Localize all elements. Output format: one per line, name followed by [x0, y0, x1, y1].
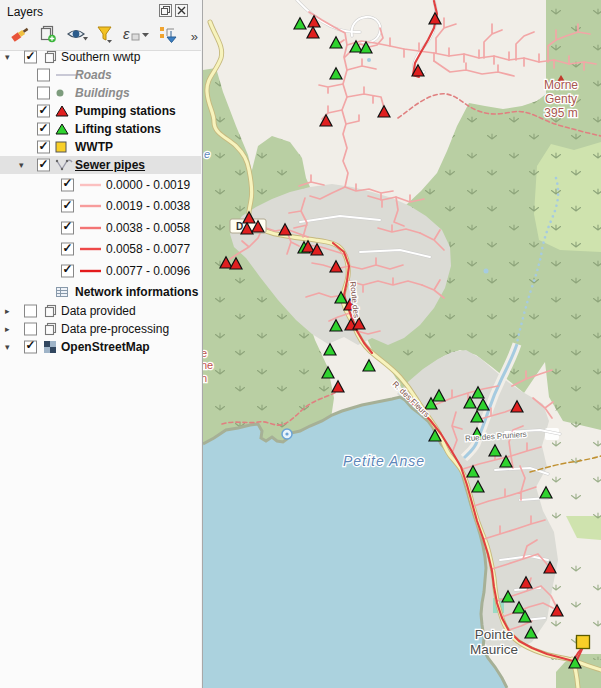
svg-text:ε: ε [123, 25, 130, 42]
label-fragment: ne [203, 359, 213, 371]
toolbar-overflow-button[interactable]: » [191, 24, 199, 48]
layer-label: 0.0058 - 0.0077 [106, 242, 190, 256]
expander-open[interactable]: ▾ [5, 52, 10, 62]
layer-item-roads[interactable]: Roads [0, 66, 201, 84]
wwtp-marker [577, 636, 590, 649]
layer-label: Data pre-processing [61, 322, 169, 336]
layer-checkbox[interactable] [24, 322, 37, 335]
layer-label: Roads [75, 68, 112, 82]
layers-panel: Layers ε» ▾✓Southern wwtpRoadsBuildings✓… [0, 0, 203, 688]
filter-by-expression-button[interactable]: ε [120, 24, 151, 48]
group-icon [43, 322, 57, 336]
layer-checkbox[interactable]: ✓ [37, 123, 50, 136]
table-icon [55, 285, 69, 299]
triangle-red-icon [55, 105, 69, 117]
layer-checkbox[interactable] [37, 87, 50, 100]
label-fragment: n [203, 372, 207, 384]
raster-icon [43, 340, 57, 354]
layer-item-southern-wwtp[interactable]: ▾✓Southern wwtp [0, 48, 201, 66]
layer-checkbox[interactable] [37, 69, 50, 82]
group-icon [43, 50, 57, 64]
layer-checkbox[interactable]: ✓ [61, 264, 74, 277]
layer-item-network-informations[interactable]: Network informations [0, 282, 201, 302]
layer-item-0-0058-0-0077[interactable]: ✓0.0058 - 0.0077 [0, 239, 201, 261]
cape-label: Pointe [475, 627, 513, 642]
layer-label: WWTP [75, 140, 113, 154]
layer-label: Southern wwtp [61, 50, 140, 64]
peak-label: Genty [545, 92, 577, 106]
layer-checkbox[interactable]: ✓ [37, 141, 50, 154]
manage-map-themes-button[interactable] [64, 24, 91, 48]
pipe-class-swatch [79, 268, 102, 274]
layer-label: 0.0000 - 0.0019 [106, 178, 190, 192]
layer-item-data-pre-processing[interactable]: ▸Data pre-processing [0, 320, 201, 338]
panel-title: Layers [7, 5, 43, 19]
panel-titlebar: Layers [0, 0, 202, 22]
layer-label: Network informations [75, 285, 198, 299]
close-panel-button[interactable] [175, 4, 188, 17]
point-gray-icon [55, 88, 65, 98]
close-icon [177, 6, 186, 15]
layer-tree: ▾✓Southern wwtpRoadsBuildings✓Pumping st… [0, 50, 201, 688]
layer-checkbox[interactable]: ✓ [37, 105, 50, 118]
expander-closed[interactable]: ▸ [5, 323, 10, 333]
float-icon [161, 6, 170, 15]
add-group-button[interactable] [35, 24, 61, 48]
expander-open[interactable]: ▾ [19, 160, 24, 170]
layer-item-sewer-pipes[interactable]: ▾✓Sewer pipes [0, 156, 201, 174]
label-fragment: e [203, 347, 207, 359]
manage-map-themes-icon [66, 24, 89, 48]
float-panel-button[interactable] [159, 4, 172, 17]
expander-closed[interactable]: ▸ [5, 305, 10, 315]
bay-label: Petite Anse [343, 453, 425, 469]
svg-text:D: D [236, 221, 243, 232]
layer-item-data-provided[interactable]: ▸Data provided [0, 302, 201, 320]
layer-item-pumping-stations[interactable]: ✓Pumping stations [0, 102, 201, 120]
layer-item-wwtp[interactable]: ✓WWTP [0, 138, 201, 156]
square-yellow-icon [55, 141, 67, 153]
layer-label: Lifting stations [75, 122, 161, 136]
line-symbol-icon [55, 158, 73, 172]
open-layer-styling-button[interactable] [6, 24, 32, 48]
layer-checkbox[interactable]: ✓ [24, 340, 37, 353]
filter-legend-icon [96, 24, 115, 48]
peak-label: Morne [544, 78, 578, 92]
pipe-class-swatch [79, 182, 102, 188]
line-gray-icon [55, 71, 77, 79]
peak-label: 395 m [544, 106, 577, 120]
label-fragment: e [204, 148, 210, 160]
layer-label: Data provided [61, 304, 136, 318]
layer-checkbox[interactable]: ✓ [61, 178, 74, 191]
layer-checkbox[interactable]: ✓ [61, 221, 74, 234]
layer-label: OpenStreetMap [61, 340, 150, 354]
filter-by-expression-icon: ε [122, 24, 150, 48]
filter-legend-button[interactable] [94, 24, 117, 48]
layer-label: Buildings [75, 86, 130, 100]
layer-item-0-0038-0-0058[interactable]: ✓0.0038 - 0.0058 [0, 217, 201, 239]
layer-checkbox[interactable]: ✓ [37, 159, 50, 172]
layer-item-0-0019-0-0038[interactable]: ✓0.0019 - 0.0038 [0, 196, 201, 218]
layer-label: Sewer pipes [75, 158, 145, 172]
triangle-green-icon [55, 123, 69, 135]
open-layer-styling-icon [8, 24, 30, 48]
expander-open[interactable]: ▾ [5, 341, 10, 351]
layer-item-openstreetmap[interactable]: ▾✓OpenStreetMap [0, 338, 201, 356]
layer-checkbox[interactable] [24, 304, 37, 317]
layer-label: 0.0019 - 0.0038 [106, 199, 190, 213]
layer-label: 0.0077 - 0.0096 [106, 264, 190, 278]
panel-toolbar: ε» [0, 22, 202, 50]
layer-item-lifting-stations[interactable]: ✓Lifting stations [0, 120, 201, 138]
cape-label: Maurice [470, 642, 518, 657]
layer-item-0-0000-0-0019[interactable]: ✓0.0000 - 0.0019 [0, 174, 201, 196]
map-canvas[interactable]: D MorneGenty395 mPetite AnsePointeMauric… [203, 0, 601, 688]
pipe-class-swatch [79, 246, 102, 252]
layer-checkbox[interactable]: ✓ [24, 51, 37, 64]
expand-all-layers-button[interactable] [154, 24, 181, 48]
pipe-class-swatch [79, 225, 102, 231]
layer-item-0-0077-0-0096[interactable]: ✓0.0077 - 0.0096 [0, 260, 201, 282]
layer-checkbox[interactable]: ✓ [61, 243, 74, 256]
layer-checkbox[interactable]: ✓ [61, 200, 74, 213]
pipe-class-swatch [79, 203, 102, 209]
layer-item-buildings[interactable]: Buildings [0, 84, 201, 102]
expand-all-layers-icon [158, 24, 179, 48]
